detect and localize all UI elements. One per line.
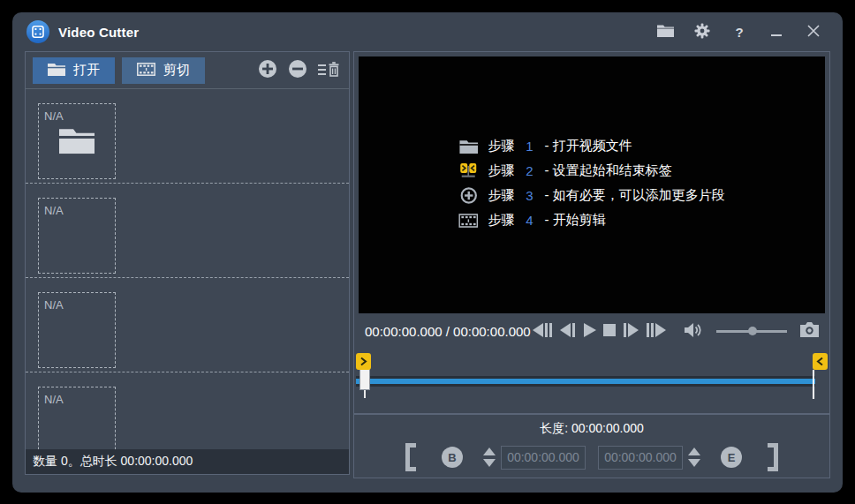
titlebar: Video Cutter: [12, 12, 843, 51]
end-marker[interactable]: [813, 353, 828, 370]
window-title: Video Cutter: [58, 25, 139, 40]
playhead-handle[interactable]: [359, 367, 370, 390]
segment-list-item-1[interactable]: N/A: [26, 89, 349, 184]
tab-cut[interactable]: 剪切: [122, 57, 205, 84]
folder-icon: [48, 63, 65, 79]
help-button[interactable]: ?: [730, 22, 749, 41]
end-bracket-icon: [768, 443, 778, 471]
gear-icon: [694, 23, 710, 41]
start-marker[interactable]: [356, 353, 371, 370]
step-back-double-icon: [533, 323, 554, 340]
steps-help: 步骤1- 打开视频文件 步骤2- 设置起始和结束标签: [458, 138, 725, 229]
titlebar-actions: ?: [655, 22, 823, 41]
time-display: 00:00:00.000 / 00:00:00.000: [365, 324, 531, 339]
player-panel: 步骤1- 打开视频文件 步骤2- 设置起始和结束标签: [353, 51, 830, 414]
plus-circle-icon: [458, 187, 478, 204]
timeline-track[interactable]: [356, 376, 815, 387]
transport-buttons: [533, 322, 819, 341]
trim-panel: 长度: 00:00:00.000 B E: [353, 414, 830, 478]
step-row-4: 步骤4- 开始剪辑: [458, 212, 725, 229]
folder-icon: [59, 127, 95, 157]
start-marker-arrow-icon: [359, 354, 367, 370]
mute-button[interactable]: [685, 322, 703, 341]
end-time-down-arrow[interactable]: [688, 459, 700, 467]
segment-label: N/A: [44, 298, 64, 312]
close-button[interactable]: [804, 22, 823, 41]
end-marker-arrow-icon: [816, 354, 824, 370]
settings-button[interactable]: [692, 22, 712, 41]
step-number: 1: [526, 139, 533, 154]
transport-bar: 00:00:00.000 / 00:00:00.000: [354, 313, 829, 349]
step-forward-button[interactable]: [622, 323, 639, 340]
plus-circle-icon: [258, 59, 277, 81]
step-desc: - 如有必要，可以添加更多片段: [545, 187, 725, 204]
step-prefix: 步骤: [488, 138, 514, 154]
segment-list: N/A N/A N/A: [26, 89, 349, 449]
tab-cut-label: 剪切: [163, 62, 190, 79]
segment-label: N/A: [44, 109, 64, 123]
volume-knob[interactable]: [748, 327, 757, 335]
add-segment-button[interactable]: [258, 59, 277, 81]
open-file-button[interactable]: [655, 22, 675, 41]
play-icon: [583, 323, 597, 340]
app-window: Video Cutter: [12, 12, 843, 493]
segment-label: N/A: [44, 393, 64, 406]
begin-time-down-arrow[interactable]: [483, 459, 496, 467]
tab-open-label: 打开: [73, 62, 100, 79]
folder-icon: [657, 24, 674, 40]
timeline: [354, 349, 829, 413]
segment-toolbar: 打开 剪切: [26, 52, 349, 89]
step-row-2: 步骤2- 设置起始和结束标签: [458, 162, 725, 179]
step-prefix: 步骤: [488, 212, 514, 229]
volume-slider[interactable]: [716, 325, 787, 337]
film-icon: [137, 63, 155, 79]
begin-time-stepper: [483, 448, 496, 467]
video-preview: 步骤1- 打开视频文件 步骤2- 设置起始和结束标签: [359, 56, 825, 313]
minus-circle-icon: [288, 59, 307, 81]
previous-keyframe-button[interactable]: [533, 323, 554, 340]
set-begin-button[interactable]: B: [442, 447, 463, 468]
step-back-icon: [560, 323, 577, 340]
app-logo-icon: [26, 20, 49, 43]
step-prefix: 步骤: [488, 187, 514, 204]
next-keyframe-button[interactable]: [645, 323, 666, 340]
start-end-tags-icon: [458, 163, 478, 179]
end-time-stepper: [688, 448, 700, 467]
step-row-1: 步骤1- 打开视频文件: [458, 138, 725, 154]
step-forward-double-icon: [645, 323, 666, 340]
length-line: 长度: 00:00:00.000: [354, 421, 829, 437]
clear-list-trash-icon: [318, 61, 340, 80]
segment-status-text: 数量 0。总时长 00:00:00.000: [26, 449, 349, 474]
segment-list-item-4[interactable]: N/A: [26, 372, 349, 449]
step-prefix: 步骤: [488, 162, 514, 179]
segment-list-item-3[interactable]: N/A: [26, 278, 349, 372]
step-row-3: 步骤3- 如有必要，可以添加更多片段: [458, 187, 725, 204]
segment-thumbnail: N/A: [38, 292, 116, 368]
step-forward-icon: [622, 323, 639, 340]
begin-bracket-icon: [405, 443, 416, 471]
clear-list-button[interactable]: [318, 61, 340, 80]
segment-panel: 打开 剪切: [25, 51, 350, 475]
speaker-icon: [685, 322, 703, 341]
step-desc: - 打开视频文件: [545, 138, 632, 154]
stop-button[interactable]: [603, 324, 616, 339]
set-end-button[interactable]: E: [721, 447, 742, 468]
snapshot-button[interactable]: [800, 322, 819, 340]
tab-open[interactable]: 打开: [33, 57, 115, 84]
step-number: 3: [526, 188, 533, 203]
segment-thumbnail: N/A: [38, 387, 116, 449]
minimize-button[interactable]: [767, 22, 786, 41]
end-time-input[interactable]: [598, 446, 683, 470]
segment-thumbnail: N/A: [38, 103, 116, 179]
remove-segment-button[interactable]: [288, 59, 307, 81]
film-icon: [458, 214, 478, 228]
camera-icon: [800, 322, 819, 340]
begin-time-up-arrow[interactable]: [483, 448, 496, 455]
segment-list-item-2[interactable]: N/A: [26, 184, 349, 278]
end-time-up-arrow[interactable]: [688, 448, 700, 455]
step-back-button[interactable]: [560, 323, 577, 340]
play-button[interactable]: [583, 323, 597, 340]
step-number: 4: [526, 213, 533, 228]
begin-time-input[interactable]: [501, 446, 586, 470]
minimize-icon: [771, 34, 782, 36]
